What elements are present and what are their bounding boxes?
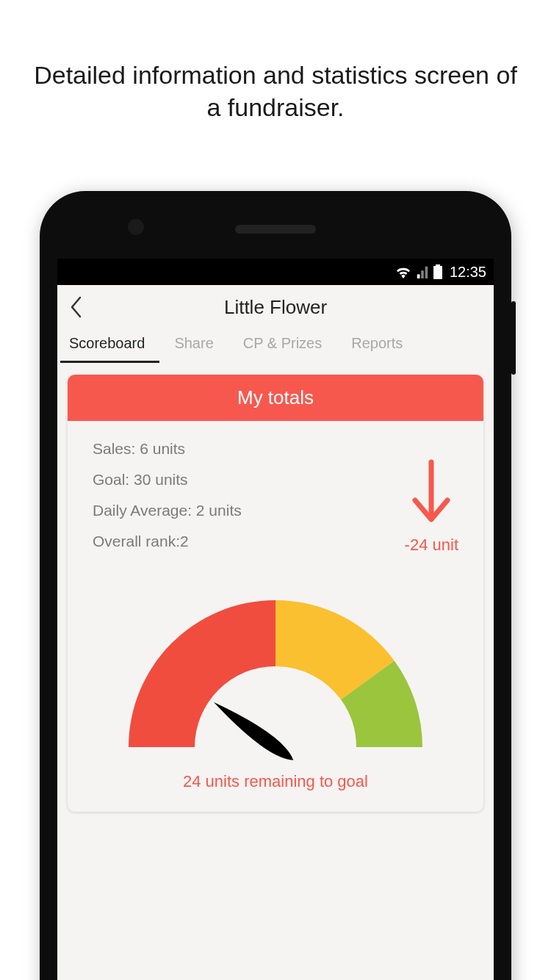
cellular-icon <box>416 265 429 278</box>
status-bar: 12:35 <box>57 259 494 285</box>
stat-daily-average: Daily Average: 2 units <box>93 502 458 519</box>
arrow-down-icon <box>408 458 455 528</box>
promo-caption: Detailed information and statistics scre… <box>0 0 551 123</box>
tab-share[interactable]: Share <box>159 329 228 363</box>
totals-card: My totals Sales: 6 units Goal: 30 units … <box>68 375 483 812</box>
card-title: My totals <box>68 375 483 421</box>
battery-icon <box>433 264 442 279</box>
stat-goal: Goal: 30 units <box>93 471 458 489</box>
progress-gauge <box>93 571 458 762</box>
chevron-left-icon <box>69 296 82 318</box>
delta-indicator: -24 unit <box>405 458 458 555</box>
remaining-text: 24 units remaining to goal <box>93 772 458 791</box>
app-header: Little Flower <box>57 285 494 329</box>
app-screen: 12:35 Little Flower Scoreboard Share CP … <box>57 259 494 980</box>
device-sensor <box>128 219 144 235</box>
device-side-button <box>511 301 516 375</box>
stat-sales: Sales: 6 units <box>93 440 458 458</box>
tab-scoreboard[interactable]: Scoreboard <box>60 329 159 363</box>
back-button[interactable] <box>57 285 94 329</box>
tab-bar: Scoreboard Share CP & Prizes Reports <box>57 329 494 363</box>
page-title: Little Flower <box>57 296 494 319</box>
delta-text: -24 unit <box>405 536 458 555</box>
device-speaker <box>235 225 316 234</box>
clock-text: 12:35 <box>450 264 486 281</box>
tab-cp-prizes[interactable]: CP & Prizes <box>228 329 336 363</box>
device-frame: 12:35 Little Flower Scoreboard Share CP … <box>40 191 511 980</box>
wifi-icon <box>395 265 411 278</box>
tab-reports[interactable]: Reports <box>336 329 417 363</box>
stat-overall-rank: Overall rank:2 <box>93 533 458 550</box>
